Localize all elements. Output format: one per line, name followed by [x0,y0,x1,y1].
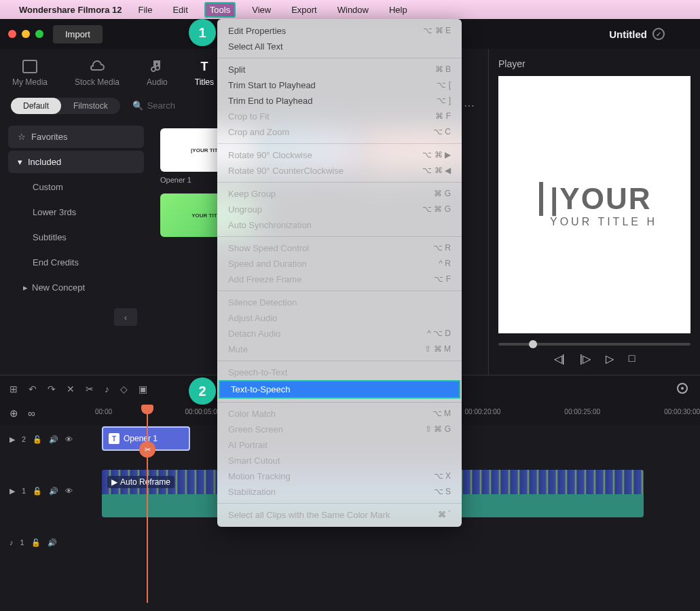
menu-item-ai-portrait: AI Portrait [217,437,462,453]
maximize-window-icon[interactable] [35,30,43,38]
menu-item-select-all-clips-with-the-same-color-mark: Select all Clips with the Same Color Mar… [217,507,462,523]
menu-item-stabilization: Stabilization⌥ S [217,484,462,500]
cut-icon[interactable]: ✂ [86,384,94,394]
more-icon[interactable]: ⋯ [461,96,477,115]
project-title-area: Untitled ✓ [609,28,665,40]
player-panel: Player |YOUR YOUR TITLE H ◁| |▷ ▷ □ [489,49,700,375]
video-track-icon: ▶ [10,487,15,496]
menu-item-green-screen: Green Screen⇧ ⌘ G [217,422,462,437]
lock-icon[interactable]: 🔓 [31,538,41,547]
menu-item-add-freeze-frame: Add Freeze Frame⌥ F [217,272,462,287]
lock-icon[interactable]: 🔓 [33,487,42,496]
sidebar-lower-3rds[interactable]: Lower 3rds [8,201,144,223]
stop-icon[interactable]: □ [629,352,635,365]
mute-icon[interactable]: 🔊 [49,487,58,496]
import-button[interactable]: Import [53,25,103,43]
tab-stock-media[interactable]: Stock Media [71,56,124,90]
step-back-icon[interactable]: |▷ [580,352,591,365]
menu-item-keep-group: Keep Group⌘ G [217,186,462,202]
menu-item-crop-and-zoom: Crop and Zoom⌥ C [217,124,462,140]
menu-item-edit-properties[interactable]: Edit Properties⌥ ⌘ E [217,23,462,39]
menu-item-auto-synchronization: Auto Synchronization [217,217,462,233]
menu-separator [217,503,462,504]
menu-item-ungroup: Ungroup⌥ ⌘ G [217,202,462,217]
menu-item-text-to-speech[interactable]: Text-to-Speech [219,380,460,399]
tab-audio[interactable]: Audio [143,56,172,90]
audio-track-icon: ♪ [10,538,14,547]
minimize-window-icon[interactable] [22,30,30,38]
tools-dropdown: Edit Properties⌥ ⌘ ESelect All TextSplit… [217,19,462,527]
menu-edit[interactable]: Edit [168,3,191,16]
search-icon: 🔍 [132,100,143,111]
scissors-icon[interactable]: ✂ [139,441,155,458]
svg-rect-0 [23,60,37,73]
menu-help[interactable]: Help [385,3,411,16]
app-name: Wondershare Filmora 12 [19,5,122,15]
star-icon: ☆ [18,132,26,142]
music-icon [149,58,165,75]
menu-view[interactable]: View [248,3,275,16]
menu-window[interactable]: Window [333,3,373,16]
sidebar-new-concept[interactable]: ▸New Concept [8,276,144,299]
crop-tool-icon[interactable]: ▣ [139,384,147,394]
track-control-row: ♪ 1 🔓 🔊 [10,524,98,561]
chevron-down-icon: ▾ [18,157,22,167]
pill-group: Default Filmstock [11,98,120,114]
pill-default[interactable]: Default [11,98,61,114]
undo-icon[interactable]: ↶ [29,384,37,394]
title-clip-icon: T [109,433,119,444]
sidebar-custom[interactable]: Custom [8,176,144,198]
titles-icon: T [196,58,213,75]
search-placeholder: Search [147,100,175,111]
menu-item-trim-end-to-playhead[interactable]: Trim End to Playhead⌥ ] [217,93,462,109]
mac-menubar: Wondershare Filmora 12 File Edit Tools V… [0,0,700,19]
menu-item-show-speed-control: Show Speed Control⌥ R [217,240,462,256]
preview-big-text: |YOUR [539,182,651,216]
save-status-icon[interactable]: ✓ [652,28,665,40]
delete-icon[interactable]: ✕ [67,384,75,394]
menu-tools[interactable]: Tools [204,2,236,18]
collapse-sidebar-button[interactable]: ‹ [114,308,137,326]
prev-frame-icon[interactable]: ◁| [554,352,565,365]
progress-knob[interactable] [529,340,537,348]
playhead-handle[interactable] [141,405,153,414]
visibility-icon[interactable]: 👁 [65,487,73,495]
gear-icon[interactable] [676,382,690,396]
lock-icon[interactable]: 🔓 [33,435,42,444]
menu-file[interactable]: File [134,3,156,16]
menu-item-rotate-90-clockwise: Rotate 90° Clockwise⌥ ⌘ ▶ [217,147,462,163]
pill-filmstock[interactable]: Filmstock [61,98,120,114]
sidebar-included[interactable]: ▾ Included [8,151,144,173]
tab-my-media[interactable]: My Media [8,56,52,90]
visibility-icon[interactable]: 👁 [65,435,73,443]
sidebar-end-credits[interactable]: End Credits [8,251,144,274]
mute-icon[interactable]: 🔊 [48,538,57,547]
menu-export[interactable]: Export [287,3,321,16]
step-badge-1: 1 [189,19,216,46]
project-title[interactable]: Untitled [609,29,647,40]
tag-icon[interactable]: ◇ [120,384,128,394]
sidebar-favorites[interactable]: ☆ Favorites [8,126,144,148]
clip-label: Opener 1 [124,434,158,443]
player-progress[interactable] [498,343,690,346]
menu-item-split[interactable]: Split⌘ B [217,62,462,77]
sidebar-subtitles[interactable]: Subtitles [8,226,144,248]
play-icon[interactable]: ▷ [606,352,614,365]
redo-icon[interactable]: ↷ [48,384,56,394]
menu-item-select-all-text[interactable]: Select All Text [217,39,462,54]
close-window-icon[interactable] [8,30,16,38]
menu-item-mute: Mute⇧ ⌘ M [217,341,462,357]
menu-item-trim-start-to-playhead[interactable]: Trim Start to Playhead⌥ [ [217,77,462,93]
player-canvas[interactable]: |YOUR YOUR TITLE H [498,76,690,333]
reframe-badge: ▶ Auto Reframe [107,476,174,488]
layout-icon[interactable]: ⊞ [10,384,18,394]
mute-icon[interactable]: 🔊 [49,435,58,444]
menu-separator [217,143,462,144]
play-icon: ▶ [111,477,117,487]
tab-titles[interactable]: T Titles [191,56,218,90]
menu-item-speed-and-duration: Speed and Duration^ R [217,256,462,272]
media-icon [22,58,38,75]
playhead[interactable]: ✂ [147,406,148,603]
music-tool-icon[interactable]: ♪ [105,384,109,394]
menu-item-detach-audio: Detach Audio^ ⌥ D [217,326,462,341]
